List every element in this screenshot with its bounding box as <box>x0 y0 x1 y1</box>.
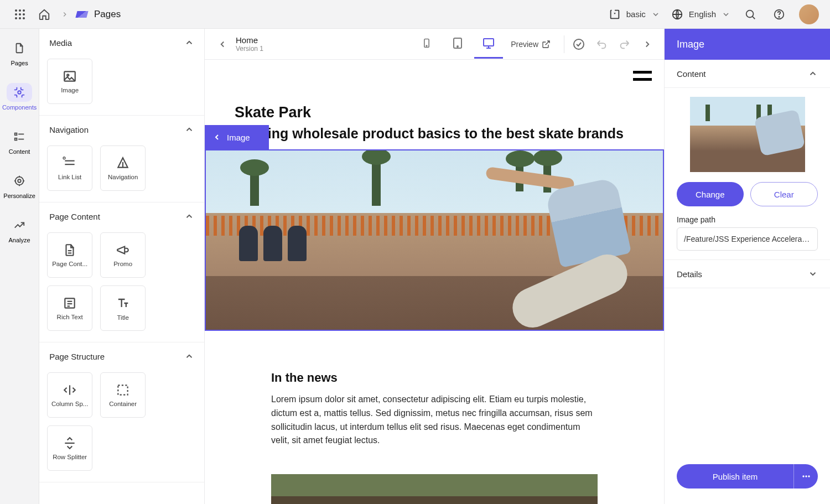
user-avatar[interactable] <box>799 4 819 24</box>
svg-point-21 <box>18 179 21 183</box>
svg-rect-17 <box>15 133 17 136</box>
svg-point-49 <box>802 475 804 477</box>
change-button[interactable]: Change <box>677 182 744 206</box>
rp-content-header[interactable]: Content <box>665 60 830 88</box>
rail-analyze[interactable]: Analyze <box>3 212 36 247</box>
svg-point-3 <box>15 13 17 15</box>
chevron-up-icon <box>808 69 818 79</box>
device-mobile-tab[interactable] <box>412 30 441 59</box>
breadcrumb-chevron-icon <box>60 6 70 23</box>
canvas-page-name: Home <box>236 35 263 45</box>
rail-content[interactable]: Content <box>3 124 36 158</box>
chevron-up-icon <box>184 38 194 48</box>
component-pagecontent-tile[interactable]: Page Cont... <box>47 232 92 278</box>
canvas-forward-button[interactable] <box>639 35 656 53</box>
svg-point-12 <box>746 10 754 17</box>
section-pagecontent-header[interactable]: Page Content <box>39 202 204 230</box>
undo-button[interactable] <box>593 35 611 53</box>
svg-point-8 <box>23 17 25 19</box>
home-icon[interactable] <box>35 6 53 23</box>
news-heading: In the news <box>271 371 598 385</box>
svg-point-28 <box>67 74 69 76</box>
image-thumbnail <box>690 97 805 172</box>
device-tablet-tab[interactable] <box>443 30 472 59</box>
chevron-up-icon <box>184 124 194 134</box>
news-body: Lorem ipsum dolor sit amet, consectetur … <box>271 393 598 448</box>
rail-pages[interactable]: Pages <box>3 35 36 70</box>
clear-button[interactable]: Clear <box>750 182 818 206</box>
svg-rect-10 <box>611 9 615 12</box>
help-icon[interactable] <box>770 6 788 23</box>
page-hero-title: Skate Park <box>205 60 664 126</box>
svg-rect-19 <box>15 138 17 141</box>
svg-point-50 <box>805 475 807 477</box>
preview-button[interactable]: Preview <box>511 40 551 49</box>
component-linklist-tile[interactable]: Link List <box>47 146 92 191</box>
status-ok-icon[interactable] <box>570 35 588 53</box>
rail-personalize[interactable]: Personalize <box>3 168 36 202</box>
svg-point-16 <box>18 91 21 94</box>
canvas-area: Home Version 1 Preview <box>205 29 664 504</box>
breadcrumb-title: Pages <box>94 9 121 20</box>
svg-rect-45 <box>484 39 494 46</box>
rp-details-header[interactable]: Details <box>665 260 830 288</box>
section-media-header[interactable]: Media <box>39 29 204 56</box>
svg-point-0 <box>15 9 17 12</box>
svg-point-51 <box>808 475 810 477</box>
section-pagestructure-header[interactable]: Page Structure <box>39 342 204 370</box>
language-dropdown[interactable]: English <box>671 8 730 20</box>
component-columnsplitter-tile[interactable]: Column Sp... <box>47 372 92 418</box>
left-rail-nav: Pages Components Content Personalize Ana… <box>0 29 39 504</box>
components-panel: Media Image Navigation Link List <box>39 29 205 504</box>
hamburger-menu-icon[interactable] <box>633 71 652 81</box>
svg-line-13 <box>753 16 755 19</box>
language-label: English <box>689 9 716 19</box>
svg-point-1 <box>19 9 21 12</box>
svg-point-7 <box>19 17 21 19</box>
redo-button[interactable] <box>615 35 633 53</box>
component-title-tile[interactable]: Title <box>100 285 146 331</box>
canvas-page-version: Version 1 <box>236 45 263 53</box>
publish-more-button[interactable] <box>793 464 818 489</box>
svg-point-6 <box>15 17 17 19</box>
svg-rect-39 <box>118 385 127 394</box>
svg-point-2 <box>23 9 25 12</box>
svg-point-15 <box>779 16 779 17</box>
view-label: basic <box>626 9 646 19</box>
component-richtext-tile[interactable]: Rich Text <box>47 285 92 331</box>
search-icon[interactable] <box>741 6 759 23</box>
right-panel: Image Content Change Clear Image path /F… <box>664 29 830 504</box>
svg-point-44 <box>457 46 458 47</box>
component-image-tile[interactable]: Image <box>47 59 92 104</box>
svg-point-48 <box>574 39 584 49</box>
chevron-up-icon <box>184 351 194 361</box>
selected-image-component[interactable] <box>205 149 664 331</box>
rail-components[interactable]: Components <box>3 80 36 114</box>
chevron-down-icon <box>808 269 818 279</box>
component-container-tile[interactable]: Container <box>100 372 146 418</box>
section-navigation-header[interactable]: Navigation <box>39 116 204 143</box>
view-dropdown[interactable]: basic <box>609 8 660 20</box>
canvas-back-button[interactable] <box>212 39 232 49</box>
svg-point-4 <box>19 13 21 15</box>
component-promo-tile[interactable]: Promo <box>100 232 146 278</box>
chevron-left-icon <box>212 133 221 142</box>
pages-logo-icon <box>75 11 88 18</box>
device-desktop-tab[interactable] <box>474 30 503 59</box>
component-rowsplitter-tile[interactable]: Row Splitter <box>47 425 92 471</box>
component-navigation-tile[interactable]: Navigation <box>100 146 146 191</box>
external-link-icon <box>542 40 551 49</box>
canvas-content[interactable]: Skate Park Providing wholesale product b… <box>205 60 664 504</box>
page-hero-subtitle: Providing wholesale product basics to th… <box>205 126 664 149</box>
app-launcher-icon[interactable] <box>11 6 29 23</box>
svg-point-22 <box>15 177 24 185</box>
svg-point-42 <box>426 45 427 46</box>
svg-point-5 <box>23 13 25 15</box>
secondary-image[interactable] <box>271 474 598 504</box>
chevron-up-icon <box>184 211 194 221</box>
publish-button[interactable]: Publish item <box>677 464 793 489</box>
right-panel-header: Image <box>665 29 830 60</box>
image-path-input[interactable]: /Feature/JSS Experience Accelerator/Basi… <box>677 227 818 251</box>
image-path-label: Image path <box>677 215 818 224</box>
selected-component-tag[interactable]: Image <box>205 125 269 149</box>
